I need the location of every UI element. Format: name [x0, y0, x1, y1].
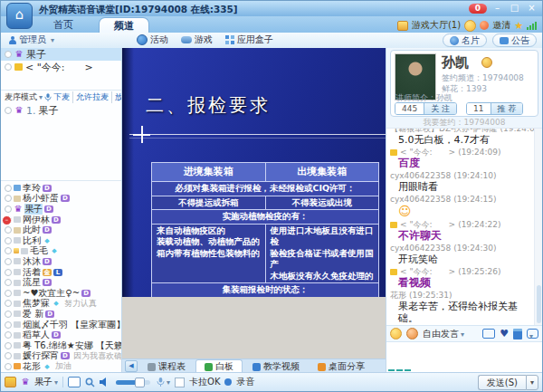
member-row[interactable]: 此时 D — [1, 225, 121, 235]
chat-scrollbar[interactable] — [534, 129, 542, 325]
member-badge: D — [43, 185, 52, 192]
voice-indicator — [5, 107, 12, 114]
divider — [62, 377, 63, 387]
invite-icon[interactable] — [480, 21, 489, 30]
admin-menu[interactable]: 管理员 — [8, 33, 54, 46]
karaoke-checkbox[interactable] — [175, 378, 185, 387]
member-badge: D — [43, 226, 52, 234]
chat-bubble-icon[interactable] — [527, 329, 538, 339]
game-hall-label[interactable]: 游戏大厅(1) — [412, 19, 461, 32]
emoticon-icon[interactable] — [390, 328, 402, 339]
chat-sender: cyx406422358 — [390, 244, 451, 253]
member-row[interactable]: 比利 ◆ — [1, 235, 121, 246]
my-member-selector[interactable]: 果子 — [34, 376, 58, 388]
speaker-icon[interactable] — [100, 378, 110, 387]
member-row[interactable]: 网伊林 D — [1, 215, 121, 225]
chat-timestamp: (19:24:09) — [458, 148, 500, 158]
crown-icon: ♛ — [14, 50, 24, 59]
member-row[interactable]: 沐沐 D — [1, 256, 121, 267]
member-row[interactable]: 毛毛 ◆ — [1, 246, 121, 257]
follow-button[interactable]: 445 关 注 — [395, 102, 457, 115]
tv-icon[interactable] — [482, 329, 495, 339]
home-icon[interactable]: ⌂ — [6, 3, 33, 29]
mic-queue-item[interactable]: ♛ 1. 果子 — [1, 104, 121, 117]
activity-button[interactable]: 活动 — [137, 33, 168, 46]
game-button[interactable]: 游戏 — [181, 33, 213, 46]
member-row[interactable]: 爱 新 D — [1, 309, 121, 320]
invite-label[interactable]: 邀清 — [492, 19, 510, 32]
chat-sender: cyx406422358 — [390, 171, 451, 181]
resize-handle[interactable] — [388, 369, 411, 371]
member-signature: 努力认真 — [64, 299, 97, 310]
notification-badge[interactable]: 0 — [469, 4, 487, 14]
member-badge: D — [61, 352, 70, 359]
tab-channel[interactable]: 频道 — [99, 17, 149, 33]
chat-input[interactable] — [386, 342, 542, 373]
channel-sidebar: ♛ 果子 < "今今: > 麦序模式 下麦允许拉麦放麦 — [1, 48, 122, 373]
member-shirt-icon — [14, 269, 21, 275]
collapse-sidebar-icon[interactable]: ◀ — [125, 360, 138, 372]
member-row[interactable]: 杨小虾蛋 D — [1, 194, 121, 205]
chat-message-list: 这个都不会 【霸狼軍校】DZ-扶苏-萨博隆 (19:23:38) 真的.....… — [390, 129, 534, 325]
mic-link[interactable]: 放麦 — [111, 91, 122, 103]
maximize-button[interactable]: □ — [508, 3, 521, 14]
member-row[interactable]: 稻草人 D — [1, 330, 121, 340]
chat-timestamp: (19:24:30) — [453, 244, 496, 253]
member-shirt-icon — [14, 332, 21, 339]
mic-link[interactable]: 允许拉麦 — [72, 91, 109, 103]
member-row[interactable]: 花形 ◆ 加油 — [1, 361, 121, 372]
crown-icon: ♛ — [14, 106, 24, 115]
speak-mode-select[interactable]: 自由发言 — [423, 328, 464, 340]
appbox-button[interactable]: 应用盒子 — [225, 33, 273, 46]
channel-tree-item[interactable]: < "今今: > — [1, 61, 121, 73]
stage-tab[interactable]: 桌面分享 — [310, 360, 373, 373]
favorite-star-icon[interactable]: ★ — [514, 21, 523, 31]
record-label[interactable]: 录音 — [236, 376, 254, 388]
sparkle-decoration — [133, 126, 150, 143]
member-row[interactable]: 媛行探宵 D 因为我喜欢确定无结果 — [1, 351, 121, 362]
pop-out-panel-icon[interactable] — [68, 377, 81, 387]
member-badge: D — [43, 279, 52, 286]
member-row[interactable]: 流星 D — [1, 277, 121, 288]
voice-indicator — [5, 269, 12, 276]
smiley-icon[interactable] — [464, 20, 476, 32]
gift-icon[interactable] — [513, 329, 522, 339]
minimize-button[interactable]: – — [491, 3, 504, 14]
recommend-button[interactable]: 11 推 荐 — [466, 102, 523, 115]
card-button[interactable]: 名片 — [443, 33, 487, 47]
member-row[interactable]: 李玲 D — [1, 183, 121, 194]
microphone-icon[interactable] — [157, 378, 170, 387]
volume-slider[interactable] — [116, 380, 150, 385]
member-shirt-icon — [14, 301, 21, 307]
stage-tab[interactable]: 课程表 — [139, 360, 194, 373]
stage-tab-bar: ◀ 课程表 白板 教学视频 — [122, 359, 386, 373]
mic-mode-select[interactable]: 麦序模式 — [5, 91, 43, 103]
channel-tree-item[interactable]: ♛ 果子 — [1, 48, 121, 61]
member-name: 花形 — [23, 361, 41, 372]
member-shirt-icon — [14, 227, 21, 234]
member-row[interactable]: ♛ 果子 D — [1, 204, 121, 215]
mic-link[interactable]: 下麦 — [53, 91, 70, 103]
close-button[interactable]: × — [525, 3, 538, 14]
screenshot-icon[interactable] — [406, 328, 418, 339]
sign-hint: 我要签约：19794008 — [386, 118, 542, 128]
chat-scrollbar-thumb[interactable] — [537, 285, 541, 323]
member-row[interactable]: 粤 T6.绵绵★安娜 【天籁歌手】 — [1, 340, 121, 351]
flowers-value: 1393 — [466, 84, 487, 93]
member-row[interactable]: ~♥欢宜主♀~ D — [1, 288, 121, 299]
send-options-dropdown[interactable]: ▾ — [526, 375, 538, 390]
heart-icon[interactable]: ♥ — [500, 329, 509, 339]
member-row[interactable]: 活着 金 L — [1, 267, 121, 278]
send-button[interactable]: 发送(S) — [478, 375, 526, 390]
channel-toolbar: 管理员 活动 游戏 应用盒子 名片 公告 — [1, 33, 542, 49]
tab-home[interactable]: 首页 — [39, 17, 88, 33]
stage-tab[interactable]: 教学视频 — [244, 360, 308, 373]
search-icon[interactable] — [85, 378, 95, 387]
mic-queue: ♛ 1. 果子 — [1, 104, 121, 117]
stage-tab[interactable]: 白板 — [195, 359, 243, 373]
notice-button[interactable]: 公告 — [492, 33, 537, 47]
member-row[interactable]: 烟嵐〆千羽 【皇家軍團】 ◆ — [1, 320, 121, 330]
member-badge: D — [43, 258, 52, 265]
member-row[interactable]: 焦梦寐 ◆ 努力认真 — [1, 299, 121, 310]
table-cell: 来自动植物疫区的 装载动植物、动植物产品的 箱内带有植物性包装物料的 — [152, 224, 266, 283]
